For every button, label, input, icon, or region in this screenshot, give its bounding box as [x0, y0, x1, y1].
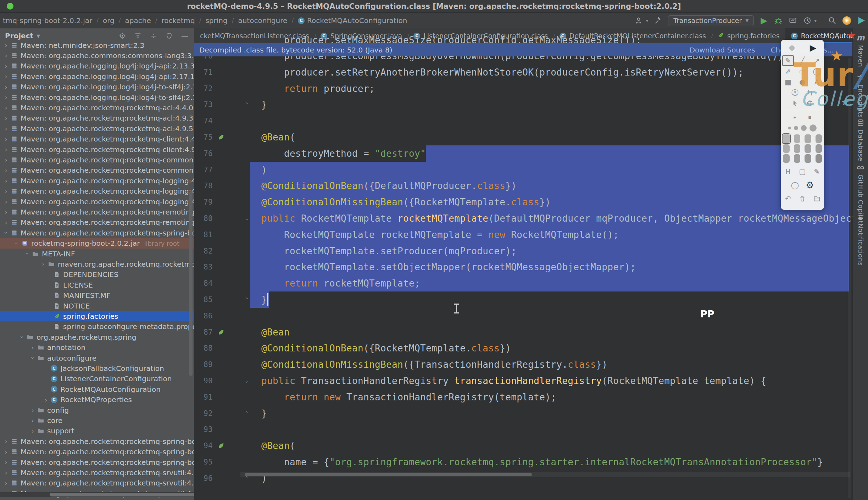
tree-item-dependencies[interactable]: DEPENDENCIES — [0, 270, 194, 280]
profiler-icon[interactable] — [788, 16, 797, 25]
badge-icon[interactable]: ✦ — [842, 16, 851, 25]
tree-item-rocketmqproperties[interactable]: ›CRocketMQProperties — [0, 395, 194, 405]
run-configuration-select[interactable]: TransactionProducer▼ — [668, 15, 754, 26]
breadcrumb-class-item[interactable]: CRocketMQAutoConfiguration — [296, 16, 409, 25]
tree-item-maven-org-apache-rocketmq-rocketmq-sprin[interactable]: ›Maven: org.apache.rocketmq:rocketmq-spr… — [0, 436, 194, 446]
tree-item-maven-org-apache-rocketmq-rocketmq-acl-4[interactable]: ›Maven: org.apache.rocketmq:rocketmq-acl… — [0, 123, 194, 134]
pen-box-icon[interactable]: ✎ — [811, 166, 823, 177]
spring-bean-gutter-icon[interactable] — [217, 129, 226, 145]
tool-window-button-database[interactable]: Database — [853, 119, 868, 161]
breadcrumb-item[interactable]: rocketmq — [159, 16, 197, 25]
color-swatch[interactable] — [794, 154, 801, 163]
chevron-collapsed-icon[interactable]: › — [3, 52, 9, 59]
chevron-collapsed-icon[interactable]: › — [3, 177, 9, 184]
tree-item-spring-autoconfigure-metadata-properties[interactable]: spring-autoconfigure-metadata.properties — [0, 322, 194, 332]
tree-item-maven-org-apache-rocketmq-rocketmq-loggi[interactable]: ›Maven: org.apache.rocketmq:rocketmq-log… — [0, 196, 194, 207]
chevron-collapsed-icon[interactable]: › — [3, 146, 9, 153]
shield-icon[interactable] — [165, 32, 173, 40]
user-icon[interactable] — [635, 16, 644, 25]
tree-item-maven-org-apache-rocketmq-rocketmq-remot[interactable]: ›Maven: org.apache.rocketmq:rocketmq-rem… — [0, 217, 194, 228]
chevron-collapsed-icon[interactable]: › — [43, 396, 49, 404]
chevron-collapsed-icon[interactable]: › — [29, 427, 36, 435]
hide-icon[interactable]: — — [181, 32, 189, 40]
history-clock-icon[interactable] — [803, 16, 812, 25]
chevron-expanded-icon[interactable]: › — [18, 334, 26, 340]
pin-icon[interactable]: ⇗ — [782, 66, 794, 77]
color-swatch[interactable] — [794, 144, 801, 153]
code-editor[interactable]: producer.setMaxMessageSize(producerConfi… — [194, 28, 852, 500]
tree-item-license[interactable]: LICENSE — [0, 280, 194, 290]
chevron-collapsed-icon[interactable]: › — [3, 167, 9, 174]
tree-item-maven-org-apache-logging-log4j-log4j-to-[interactable]: ›Maven: org.apache.logging.log4j:log4j-t… — [0, 92, 194, 102]
breadcrumb-item[interactable]: spring — [203, 16, 229, 25]
tree-item-maven-org-apache-logging-log4j-log4j-api[interactable]: ›Maven: org.apache.logging.log4j:log4j-a… — [0, 71, 194, 82]
tree-item-maven-org-apache-logging-log4j-log4j-api[interactable]: ›Maven: org.apache.logging.log4j:log4j-a… — [0, 61, 194, 71]
run-icon[interactable]: ▶ — [759, 16, 768, 25]
tree-item-maven-org-apache-rocketmq-rocketmq-commo[interactable]: ›Maven: org.apache.rocketmq:rocketmq-com… — [0, 165, 194, 176]
breadcrumb-item[interactable]: org — [101, 16, 117, 25]
tree-item-config[interactable]: ›config — [0, 405, 194, 415]
chevron-collapsed-icon[interactable]: › — [3, 104, 9, 111]
breadcrumb-item[interactable]: tmq-spring-boot-2.0.2.jar — [1, 16, 94, 25]
tree-item-manifest-mf[interactable]: MANIFEST.MF — [0, 290, 194, 301]
breadcrumb-item[interactable]: apache — [123, 16, 153, 25]
debug-icon[interactable] — [774, 16, 783, 25]
tree-item-support[interactable]: ›support — [0, 426, 194, 436]
tree-item-maven-org-apache-rocketmq-rocketmq-[interactable]: ›Maven: org.apache.rocketmq:rocketmq- — [0, 499, 194, 500]
search-icon[interactable] — [828, 16, 837, 25]
trash-icon[interactable] — [797, 193, 808, 204]
project-title[interactable]: Project▼ — [5, 32, 40, 40]
chevron-collapsed-icon[interactable]: › — [3, 94, 9, 101]
chevron-collapsed-icon[interactable]: › — [3, 125, 9, 132]
chevron-expanded-icon[interactable]: › — [2, 230, 10, 236]
save-folder-icon[interactable] — [811, 193, 823, 204]
brush-size-dot[interactable] — [788, 127, 791, 129]
tool-window-button-notifications[interactable]: Notifications — [853, 213, 868, 266]
tree-item-maven-org-apache-rocketmq-rocketmq-loggi[interactable]: ›Maven: org.apache.rocketmq:rocketmq-log… — [0, 186, 194, 196]
tree-item-maven-org-apache-rocketmq-rocketmq-commo[interactable]: ›Maven: org.apache.rocketmq:rocketmq-com… — [0, 155, 194, 165]
tree-item-meta-inf[interactable]: ›META-INF — [0, 249, 194, 259]
chevron-collapsed-icon[interactable]: › — [3, 448, 9, 456]
chevron-expanded-icon[interactable]: › — [29, 355, 37, 361]
color-swatch[interactable] — [805, 134, 811, 143]
tree-item-org-apache-rocketmq-spring[interactable]: ›org.apache.rocketmq.spring — [0, 332, 194, 342]
chevron-collapsed-icon[interactable]: › — [3, 73, 9, 80]
chevron-collapsed-icon[interactable]: › — [3, 219, 9, 226]
spring-bean-gutter-icon[interactable] — [217, 438, 226, 454]
build-hammer-icon[interactable] — [653, 16, 663, 25]
color-swatch[interactable] — [783, 144, 790, 153]
rounded-rect-icon[interactable]: ▢ — [797, 166, 808, 177]
chevron-collapsed-icon[interactable]: › — [3, 459, 9, 466]
pen-icon[interactable]: ✎ — [782, 55, 794, 66]
chevron-collapsed-icon[interactable]: › — [3, 156, 9, 163]
chevron-expanded-icon[interactable]: › — [13, 240, 21, 246]
tree-item-maven-org-apache-commons-commons-lang3-3[interactable]: ›Maven: org.apache.commons:commons-lang3… — [0, 50, 194, 61]
tree-item-maven-org-apache-rocketmq-rocketmq-sprin[interactable]: ›Maven: org.apache.rocketmq:rocketmq-spr… — [0, 228, 194, 238]
tree-item-maven-org-apache-rocketmq-rocketmq-srvut[interactable]: ›Maven: org.apache.rocketmq:rocketmq-srv… — [0, 478, 194, 488]
tree-item-maven-org-apache-rocketmq-rocketmq-sprin[interactable]: ›maven.org.apache.rocketmq.rocketmq-spri… — [0, 259, 194, 269]
gear-icon[interactable]: ⚙ — [804, 180, 816, 190]
play-mini-icon[interactable]: ▸ — [789, 112, 801, 122]
stop-mini-icon[interactable]: ▪ — [804, 112, 816, 122]
tree-item-jacksonfallbackconfiguration[interactable]: CJacksonFallbackConfiguration — [0, 363, 194, 373]
color-swatch[interactable] — [816, 134, 822, 143]
chevron-collapsed-icon[interactable]: › — [3, 135, 9, 143]
chevron-collapsed-icon[interactable]: › — [3, 115, 9, 122]
tree-item-notice[interactable]: NOTICE — [0, 301, 194, 311]
chevron-collapsed-icon[interactable]: › — [3, 83, 9, 91]
tree-item-maven-org-apache-rocketmq-rocketmq-acl-4[interactable]: ›Maven: org.apache.rocketmq:rocketmq-acl… — [0, 102, 194, 113]
color-swatch[interactable] — [805, 144, 811, 153]
locate-icon[interactable] — [118, 32, 126, 40]
color-swatch[interactable] — [794, 134, 801, 143]
chevron-collapsed-icon[interactable]: › — [3, 208, 9, 216]
download-sourceslink[interactable]: Download Sources — [690, 46, 755, 54]
brush-size-dot[interactable] — [809, 124, 817, 132]
chevron-collapsed-icon[interactable]: › — [40, 260, 46, 268]
divide-icon[interactable]: ÷ — [150, 32, 157, 40]
cursor-icon[interactable] — [789, 98, 801, 109]
color-swatch[interactable] — [816, 144, 822, 153]
circle-tool-icon[interactable]: ◯ — [789, 180, 801, 190]
tree-item-maven-org-apache-rocketmq-rocketmq-acl-4[interactable]: ›Maven: org.apache.rocketmq:rocketmq-acl… — [0, 113, 194, 123]
tree-item-autoconfigure[interactable]: ›autoconfigure — [0, 353, 194, 363]
chevron-collapsed-icon[interactable]: › — [3, 62, 9, 70]
